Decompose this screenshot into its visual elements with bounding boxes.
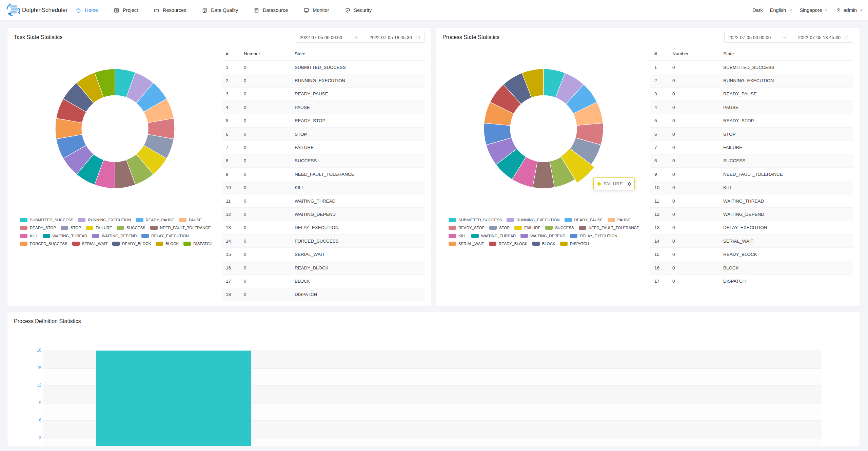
legend-swatch [532,242,540,246]
cell-state: DISPATCH [295,292,425,297]
column-header-index: # [650,51,672,56]
date-end: 2022-07-05 18:45:30 [370,35,412,40]
cell-state: DELAY_EXECUTION [295,225,425,230]
cell-number: 0 [672,252,723,257]
legend-item[interactable]: SERIAL_WAIT [449,242,484,246]
legend-item[interactable]: NEED_FAULT_TOLERANCE [579,226,639,230]
legend-item[interactable]: FAILURE [514,226,540,230]
legend-item[interactable]: STOP [489,226,510,230]
process-state-table: #NumberState10SUBMITTED_SUCCESS20RUNNING… [650,47,853,288]
table-row: 130DELAY_EXECUTION [650,221,853,234]
legend-swatch [449,226,456,230]
legend-item[interactable]: READY_PAUSE [565,218,603,222]
legend-item[interactable]: FORCED_SUCCESS [20,242,67,246]
nav-item-label: Monitor [313,7,329,13]
date-start: 2022-07-05 00:00:00 [300,35,342,40]
legend-item[interactable]: WAITING_DEPEND [92,233,137,238]
cell-index: 17 [650,279,672,284]
cell-index: 8 [650,158,672,163]
legend-swatch [43,234,50,238]
legend-item[interactable]: DELAY_EXECUTION [141,233,189,238]
table-row: 140SERIAL_WAIT [650,234,853,248]
cell-index: 13 [222,225,244,230]
nav-item-resources[interactable]: Resources [154,7,186,13]
nav-item-datasource[interactable]: Datasource [254,7,288,13]
legend-label: BLOCK [165,242,179,246]
theme-toggle-button[interactable]: Dark [752,7,763,13]
task-state-pie-chart[interactable] [47,61,183,196]
legend-item[interactable]: STOP [61,226,81,230]
legend-item[interactable]: SUBMITTED_SUCCESS [449,218,502,222]
cell-number: 0 [244,265,295,270]
legend-item[interactable]: BLOCK [532,242,555,246]
legend-item[interactable]: KILL [20,233,38,238]
cell-state: WAITING_DEPEND [723,212,853,217]
legend-item[interactable]: SUCCESS [545,226,574,230]
legend-item[interactable]: WAITING_THREAD [471,233,516,238]
table-row: 120WAITING_DEPEND [650,208,853,221]
cell-number: 0 [672,65,723,70]
legend-row: SUBMITTED_SUCCESSRUNNING_EXECUTIONREADY_… [20,218,217,222]
process-state-pie-chart[interactable] [476,61,611,196]
brand[interactable]: DolphinScheduler [5,2,67,18]
table-row: 160READY_BLOCK [222,261,425,275]
task-date-range-picker[interactable]: 2022-07-05 00:00:00 2022-07-05 18:45:30 [296,32,425,43]
legend-item[interactable]: RUNNING_EXECUTION [78,218,131,222]
user-icon [836,7,841,13]
cell-state: SUCCESS [295,158,425,163]
legend-item[interactable]: READY_STOP [20,226,56,230]
legend-item[interactable]: SERIAL_WAIT [72,242,108,246]
definition-bar-chart[interactable]: 181512963 [7,331,860,446]
legend-item[interactable]: SUBMITTED_SUCCESS [20,218,73,222]
nav-item-monitor[interactable]: Monitor [303,7,329,13]
nav-item-home[interactable]: Home [76,7,98,13]
y-axis-label: 12 [21,383,41,388]
legend-item[interactable]: SUCCESS [117,226,145,230]
legend-item[interactable]: DELAY_EXECUTION [570,233,617,238]
legend-label: READY_BLOCK [122,242,151,246]
legend-item[interactable]: READY_STOP [449,226,485,230]
table-header-row: #NumberState [222,47,425,61]
cell-index: 13 [650,225,672,230]
table-row: 70FAILURE [650,141,853,154]
legend-item[interactable]: READY_PAUSE [136,218,174,222]
legend-swatch [449,218,456,222]
cell-number: 0 [672,158,723,163]
legend-item[interactable]: BLOCK [156,242,179,246]
cell-index: 15 [650,252,672,257]
legend-item[interactable]: DISPATCH [560,242,589,246]
legend-item[interactable]: DISPATCH [183,242,212,246]
cell-index: 4 [650,105,672,110]
nav-item-data-quality[interactable]: Data Quality [202,7,238,13]
legend-item[interactable]: NEED_FAULT_TOLERANCE [150,226,211,230]
timezone-select[interactable]: Singapore [800,7,828,13]
nav-item-security[interactable]: Security [345,7,372,13]
nav-item-project[interactable]: Project [114,7,138,13]
legend-item[interactable]: WAITING_THREAD [43,233,87,238]
legend-item[interactable]: PAUSE [179,218,202,222]
legend-item[interactable]: READY_BLOCK [112,242,151,246]
legend-swatch [520,234,528,238]
date-start: 2022-07-05 00:00:00 [728,35,771,40]
column-header-number: Number [244,51,295,56]
legend-item[interactable]: FAILURE [86,226,112,230]
legend-item[interactable]: PAUSE [608,218,630,222]
language-select[interactable]: English [770,7,793,13]
cell-state: KILL [723,185,853,190]
legend-item[interactable]: KILL [449,233,467,238]
table-row: 160BLOCK [650,261,853,275]
user-menu[interactable]: admin [836,7,864,13]
cell-number: 0 [672,199,723,204]
task-state-card: Task State Statistics 2022-07-05 00:00:0… [7,27,431,306]
legend-swatch [86,226,93,230]
legend-item[interactable]: WAITING_DEPEND [520,233,565,238]
legend-item[interactable]: RUNNING_EXECUTION [507,218,559,222]
cell-state: WAITING_THREAD [295,199,425,204]
definition-bar[interactable] [96,351,251,446]
legend-label: BLOCK [542,242,555,246]
legend-label: NEED_FAULT_TOLERANCE [589,226,639,230]
process-date-range-picker[interactable]: 2022-07-05 00:00:00 2022-07-05 18:45:30 [724,32,853,43]
cell-state: SERIAL_WAIT [723,239,853,244]
legend-item[interactable]: READY_BLOCK [489,242,528,246]
cell-state: SUBMITTED_SUCCESS [723,65,853,70]
